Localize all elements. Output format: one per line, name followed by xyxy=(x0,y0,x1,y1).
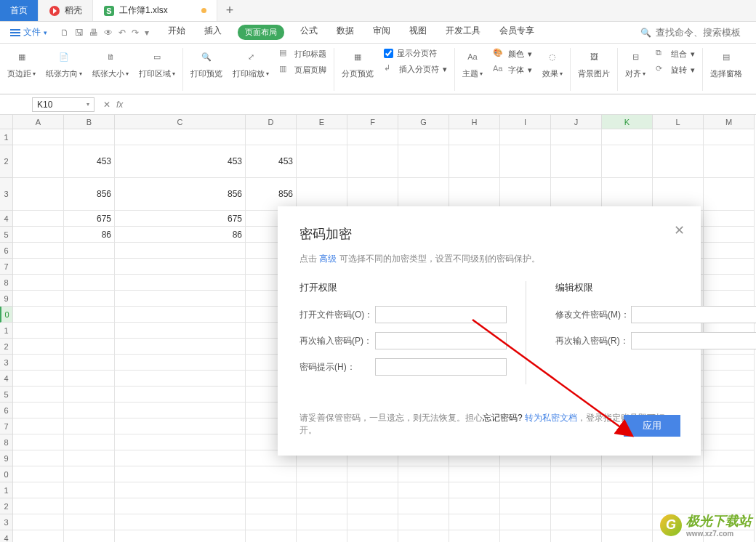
printpreview-button[interactable]: 🔍打印预览 xyxy=(190,48,222,79)
cell[interactable] xyxy=(115,259,246,275)
cell[interactable] xyxy=(64,403,115,418)
cell[interactable] xyxy=(449,530,500,542)
cell[interactable] xyxy=(449,466,500,482)
row-header[interactable]: 9 xyxy=(0,291,13,307)
cell[interactable] xyxy=(449,145,500,178)
cell[interactable] xyxy=(115,514,246,530)
qat-preview-icon[interactable]: 👁 xyxy=(104,28,113,38)
cell[interactable] xyxy=(500,514,551,530)
apply-button[interactable]: 应用 xyxy=(624,415,680,437)
cell[interactable] xyxy=(704,227,755,243)
cell[interactable] xyxy=(246,482,297,498)
cell[interactable] xyxy=(13,371,64,387)
effects-button[interactable]: ◌效果▾ xyxy=(542,48,563,79)
cell[interactable] xyxy=(13,243,64,259)
tab-add[interactable]: + xyxy=(217,0,243,21)
cell[interactable] xyxy=(347,145,398,178)
cell[interactable]: 856 xyxy=(64,178,115,211)
cell[interactable] xyxy=(398,466,449,482)
cell[interactable] xyxy=(13,403,64,418)
col-header-H[interactable]: H xyxy=(449,115,500,129)
cell[interactable] xyxy=(704,211,755,227)
menu-member[interactable]: 会员专享 xyxy=(496,25,537,40)
col-header-G[interactable]: G xyxy=(398,115,449,129)
cell[interactable] xyxy=(449,498,500,514)
qat-new-icon[interactable]: 🗋 xyxy=(60,28,69,38)
row-header[interactable]: 9 xyxy=(0,450,13,466)
row-header[interactable]: 0 xyxy=(0,466,13,482)
cell[interactable] xyxy=(449,129,500,145)
cell[interactable]: 856 xyxy=(115,178,246,211)
advanced-link[interactable]: 高级 xyxy=(319,254,337,264)
rotate-button[interactable]: ⟳旋转▾ xyxy=(656,64,695,76)
cell[interactable] xyxy=(704,418,755,434)
cell[interactable] xyxy=(551,514,602,530)
pagebreakpreview-button[interactable]: ▦分页预览 xyxy=(342,48,374,79)
cell[interactable] xyxy=(347,482,398,498)
cell[interactable] xyxy=(64,482,115,498)
cell[interactable] xyxy=(551,498,602,514)
cell[interactable] xyxy=(115,498,246,514)
cell[interactable] xyxy=(500,129,551,145)
cell[interactable]: 453 xyxy=(64,145,115,178)
cell[interactable] xyxy=(13,450,64,466)
cell[interactable] xyxy=(13,145,64,178)
cell[interactable] xyxy=(13,211,64,227)
cell[interactable] xyxy=(13,307,64,323)
cell[interactable] xyxy=(449,514,500,530)
cell[interactable] xyxy=(115,291,246,307)
cell[interactable] xyxy=(13,418,64,434)
row-header[interactable]: 4 xyxy=(0,530,13,542)
cell[interactable] xyxy=(64,243,115,259)
cell[interactable] xyxy=(64,514,115,530)
cell[interactable] xyxy=(13,275,64,291)
margins-button[interactable]: ▦页边距▾ xyxy=(7,48,36,79)
orientation-button[interactable]: 📄纸张方向▾ xyxy=(46,48,82,79)
cell[interactable] xyxy=(13,355,64,371)
row-header[interactable]: 1 xyxy=(0,129,13,145)
edit-password-input[interactable] xyxy=(631,306,756,323)
cell[interactable] xyxy=(551,530,602,542)
cell[interactable] xyxy=(246,530,297,542)
cell[interactable] xyxy=(398,145,449,178)
cell[interactable] xyxy=(602,530,653,542)
cell[interactable] xyxy=(115,530,246,542)
cell[interactable]: 453 xyxy=(246,145,297,178)
insertpagebreak-button[interactable]: ↲插入分页符▾ xyxy=(384,63,447,75)
cell[interactable] xyxy=(64,355,115,371)
cell[interactable] xyxy=(297,482,347,498)
row-header[interactable]: 5 xyxy=(0,227,13,243)
cell[interactable]: 675 xyxy=(64,211,115,227)
printarea-button[interactable]: ▭打印区域▾ xyxy=(139,48,175,79)
cell[interactable] xyxy=(64,339,115,355)
qat-redo-icon[interactable]: ↷ xyxy=(132,28,139,38)
col-header-C[interactable]: C xyxy=(115,115,246,129)
cell[interactable] xyxy=(347,530,398,542)
cancel-fx-icon[interactable]: ✕ xyxy=(103,100,110,110)
cell[interactable] xyxy=(653,482,704,498)
row-header[interactable]: 7 xyxy=(0,418,13,434)
cell[interactable] xyxy=(449,482,500,498)
cell[interactable] xyxy=(115,371,246,387)
cell[interactable] xyxy=(653,129,704,145)
cell[interactable] xyxy=(64,371,115,387)
colors-button[interactable]: 🎨颜色▾ xyxy=(493,48,532,60)
cell[interactable] xyxy=(13,530,64,542)
cell[interactable] xyxy=(500,482,551,498)
cell[interactable] xyxy=(64,498,115,514)
cell[interactable]: 453 xyxy=(115,145,246,178)
qat-undo-icon[interactable]: ↶ xyxy=(118,28,126,38)
cell[interactable] xyxy=(297,145,347,178)
cell[interactable] xyxy=(704,259,755,275)
qat-print-icon[interactable]: 🖶 xyxy=(89,28,98,38)
open-password-repeat-input[interactable] xyxy=(375,332,507,349)
col-header-J[interactable]: J xyxy=(551,115,602,129)
cell[interactable] xyxy=(297,129,347,145)
cell[interactable] xyxy=(115,129,246,145)
cell[interactable] xyxy=(398,482,449,498)
cell[interactable] xyxy=(704,178,755,211)
cell[interactable] xyxy=(13,498,64,514)
cell[interactable] xyxy=(704,482,755,498)
col-header-B[interactable]: B xyxy=(64,115,115,129)
cell[interactable] xyxy=(297,498,347,514)
